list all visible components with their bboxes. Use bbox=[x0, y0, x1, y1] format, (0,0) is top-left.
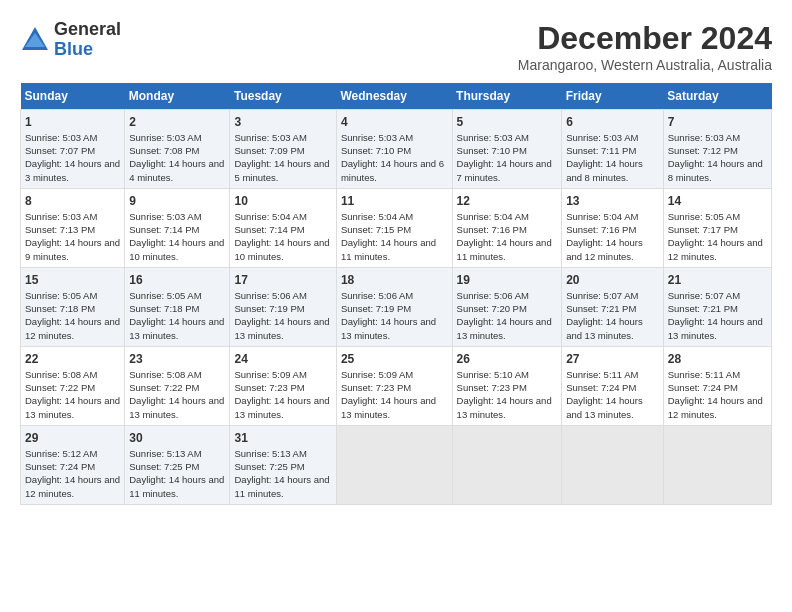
calendar-cell: 3Sunrise: 5:03 AMSunset: 7:09 PMDaylight… bbox=[230, 110, 336, 189]
sunrise: Sunrise: 5:05 AM bbox=[668, 211, 740, 222]
day-number: 23 bbox=[129, 351, 225, 368]
day-number: 24 bbox=[234, 351, 331, 368]
calendar-cell: 18Sunrise: 5:06 AMSunset: 7:19 PMDayligh… bbox=[336, 267, 452, 346]
daylight: Daylight: 14 hours and 11 minutes. bbox=[129, 474, 224, 498]
day-number: 14 bbox=[668, 193, 767, 210]
calendar-week-row: 15Sunrise: 5:05 AMSunset: 7:18 PMDayligh… bbox=[21, 267, 772, 346]
calendar-cell bbox=[336, 425, 452, 504]
sunrise: Sunrise: 5:09 AM bbox=[341, 369, 413, 380]
sunset: Sunset: 7:19 PM bbox=[341, 303, 411, 314]
sunset: Sunset: 7:14 PM bbox=[234, 224, 304, 235]
daylight: Daylight: 14 hours and 11 minutes. bbox=[341, 237, 436, 261]
calendar-cell: 16Sunrise: 5:05 AMSunset: 7:18 PMDayligh… bbox=[125, 267, 230, 346]
calendar-cell: 21Sunrise: 5:07 AMSunset: 7:21 PMDayligh… bbox=[663, 267, 771, 346]
daylight: Daylight: 14 hours and 13 minutes. bbox=[234, 316, 329, 340]
sunrise: Sunrise: 5:10 AM bbox=[457, 369, 529, 380]
day-number: 1 bbox=[25, 114, 120, 131]
header-tuesday: Tuesday bbox=[230, 83, 336, 110]
sunrise: Sunrise: 5:06 AM bbox=[341, 290, 413, 301]
day-number: 7 bbox=[668, 114, 767, 131]
sunset: Sunset: 7:13 PM bbox=[25, 224, 95, 235]
calendar-cell bbox=[663, 425, 771, 504]
sunset: Sunset: 7:25 PM bbox=[129, 461, 199, 472]
day-number: 28 bbox=[668, 351, 767, 368]
daylight: Daylight: 14 hours and 7 minutes. bbox=[457, 158, 552, 182]
sunset: Sunset: 7:24 PM bbox=[668, 382, 738, 393]
calendar-cell: 1Sunrise: 5:03 AMSunset: 7:07 PMDaylight… bbox=[21, 110, 125, 189]
calendar-cell: 24Sunrise: 5:09 AMSunset: 7:23 PMDayligh… bbox=[230, 346, 336, 425]
location: Marangaroo, Western Australia, Australia bbox=[518, 57, 772, 73]
calendar-cell: 17Sunrise: 5:06 AMSunset: 7:19 PMDayligh… bbox=[230, 267, 336, 346]
logo-general: General bbox=[54, 20, 121, 40]
sunset: Sunset: 7:25 PM bbox=[234, 461, 304, 472]
calendar-cell: 11Sunrise: 5:04 AMSunset: 7:15 PMDayligh… bbox=[336, 188, 452, 267]
sunset: Sunset: 7:10 PM bbox=[457, 145, 527, 156]
calendar-cell: 27Sunrise: 5:11 AMSunset: 7:24 PMDayligh… bbox=[562, 346, 664, 425]
calendar-week-row: 1Sunrise: 5:03 AMSunset: 7:07 PMDaylight… bbox=[21, 110, 772, 189]
daylight: Daylight: 14 hours and 4 minutes. bbox=[129, 158, 224, 182]
day-number: 27 bbox=[566, 351, 659, 368]
sunset: Sunset: 7:08 PM bbox=[129, 145, 199, 156]
sunrise: Sunrise: 5:04 AM bbox=[457, 211, 529, 222]
sunrise: Sunrise: 5:03 AM bbox=[129, 132, 201, 143]
calendar-table: Sunday Monday Tuesday Wednesday Thursday… bbox=[20, 83, 772, 505]
daylight: Daylight: 14 hours and 13 minutes. bbox=[566, 395, 643, 419]
calendar-cell: 28Sunrise: 5:11 AMSunset: 7:24 PMDayligh… bbox=[663, 346, 771, 425]
daylight: Daylight: 14 hours and 8 minutes. bbox=[566, 158, 643, 182]
daylight: Daylight: 14 hours and 12 minutes. bbox=[25, 474, 120, 498]
daylight: Daylight: 14 hours and 8 minutes. bbox=[668, 158, 763, 182]
sunset: Sunset: 7:21 PM bbox=[668, 303, 738, 314]
sunrise: Sunrise: 5:03 AM bbox=[25, 132, 97, 143]
calendar-cell: 10Sunrise: 5:04 AMSunset: 7:14 PMDayligh… bbox=[230, 188, 336, 267]
calendar-cell: 30Sunrise: 5:13 AMSunset: 7:25 PMDayligh… bbox=[125, 425, 230, 504]
day-number: 31 bbox=[234, 430, 331, 447]
day-number: 16 bbox=[129, 272, 225, 289]
sunset: Sunset: 7:18 PM bbox=[129, 303, 199, 314]
calendar-cell: 2Sunrise: 5:03 AMSunset: 7:08 PMDaylight… bbox=[125, 110, 230, 189]
header-saturday: Saturday bbox=[663, 83, 771, 110]
sunrise: Sunrise: 5:12 AM bbox=[25, 448, 97, 459]
sunrise: Sunrise: 5:09 AM bbox=[234, 369, 306, 380]
sunrise: Sunrise: 5:07 AM bbox=[668, 290, 740, 301]
sunrise: Sunrise: 5:06 AM bbox=[234, 290, 306, 301]
day-number: 12 bbox=[457, 193, 558, 210]
sunrise: Sunrise: 5:05 AM bbox=[25, 290, 97, 301]
header-wednesday: Wednesday bbox=[336, 83, 452, 110]
day-number: 22 bbox=[25, 351, 120, 368]
day-number: 15 bbox=[25, 272, 120, 289]
calendar-cell: 9Sunrise: 5:03 AMSunset: 7:14 PMDaylight… bbox=[125, 188, 230, 267]
sunset: Sunset: 7:21 PM bbox=[566, 303, 636, 314]
sunrise: Sunrise: 5:11 AM bbox=[668, 369, 740, 380]
sunset: Sunset: 7:17 PM bbox=[668, 224, 738, 235]
sunrise: Sunrise: 5:08 AM bbox=[25, 369, 97, 380]
sunrise: Sunrise: 5:13 AM bbox=[234, 448, 306, 459]
sunset: Sunset: 7:19 PM bbox=[234, 303, 304, 314]
calendar-cell: 23Sunrise: 5:08 AMSunset: 7:22 PMDayligh… bbox=[125, 346, 230, 425]
daylight: Daylight: 14 hours and 12 minutes. bbox=[668, 237, 763, 261]
daylight: Daylight: 14 hours and 13 minutes. bbox=[129, 395, 224, 419]
calendar-cell: 7Sunrise: 5:03 AMSunset: 7:12 PMDaylight… bbox=[663, 110, 771, 189]
sunset: Sunset: 7:16 PM bbox=[457, 224, 527, 235]
calendar-cell: 8Sunrise: 5:03 AMSunset: 7:13 PMDaylight… bbox=[21, 188, 125, 267]
day-number: 4 bbox=[341, 114, 448, 131]
calendar-cell: 19Sunrise: 5:06 AMSunset: 7:20 PMDayligh… bbox=[452, 267, 562, 346]
page-header: General Blue December 2024 Marangaroo, W… bbox=[20, 20, 772, 73]
calendar-cell: 31Sunrise: 5:13 AMSunset: 7:25 PMDayligh… bbox=[230, 425, 336, 504]
sunrise: Sunrise: 5:05 AM bbox=[129, 290, 201, 301]
day-number: 8 bbox=[25, 193, 120, 210]
day-number: 10 bbox=[234, 193, 331, 210]
sunrise: Sunrise: 5:11 AM bbox=[566, 369, 638, 380]
sunset: Sunset: 7:20 PM bbox=[457, 303, 527, 314]
daylight: Daylight: 14 hours and 12 minutes. bbox=[668, 395, 763, 419]
day-number: 13 bbox=[566, 193, 659, 210]
calendar-cell: 12Sunrise: 5:04 AMSunset: 7:16 PMDayligh… bbox=[452, 188, 562, 267]
daylight: Daylight: 14 hours and 13 minutes. bbox=[341, 316, 436, 340]
calendar-cell: 22Sunrise: 5:08 AMSunset: 7:22 PMDayligh… bbox=[21, 346, 125, 425]
day-number: 19 bbox=[457, 272, 558, 289]
sunset: Sunset: 7:10 PM bbox=[341, 145, 411, 156]
sunrise: Sunrise: 5:13 AM bbox=[129, 448, 201, 459]
sunrise: Sunrise: 5:04 AM bbox=[566, 211, 638, 222]
sunrise: Sunrise: 5:04 AM bbox=[234, 211, 306, 222]
day-number: 29 bbox=[25, 430, 120, 447]
sunrise: Sunrise: 5:06 AM bbox=[457, 290, 529, 301]
